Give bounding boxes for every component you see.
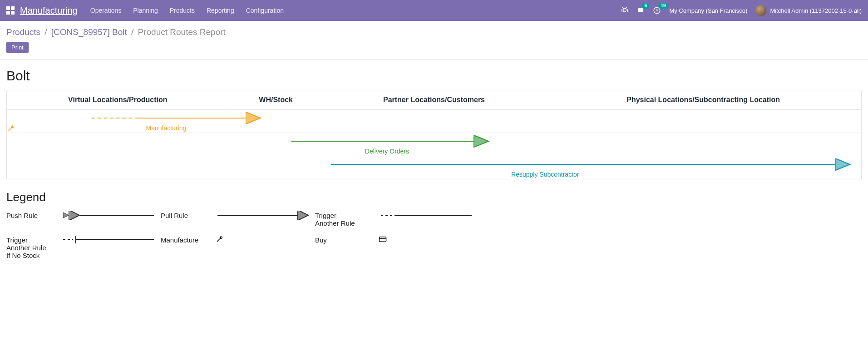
legend-trigger-nostock-mark	[61, 235, 156, 244]
route-row: Resupply Subcontractor	[7, 156, 862, 179]
route-lane-delivery[interactable]: Delivery Orders	[229, 133, 545, 156]
route-row: Delivery Orders	[7, 133, 862, 156]
company-selector[interactable]: My Company (San Francisco)	[669, 7, 747, 14]
route-label: Manufacturing	[7, 124, 323, 132]
user-name: Mitchell Admin (11372002-15-0-all)	[770, 7, 862, 14]
menu-reporting[interactable]: Reporting	[207, 7, 234, 14]
crumb-sep: /	[131, 27, 133, 37]
crumb-sep: /	[44, 27, 47, 37]
avatar	[755, 5, 766, 16]
product-title: Bolt	[6, 68, 862, 84]
legend-trigger-mark	[379, 211, 474, 220]
crumb-current: Product Routes Report	[138, 27, 226, 37]
routes-table: Virtual Locations/Production WH/Stock Pa…	[6, 90, 862, 179]
menu-operations[interactable]: Operations	[90, 7, 121, 14]
print-button[interactable]: Print	[6, 42, 29, 53]
svg-rect-1	[11, 6, 15, 10]
legend-push-mark	[61, 211, 156, 220]
crumb-products[interactable]: Products	[6, 27, 40, 37]
menu-configuration[interactable]: Configuration	[246, 7, 284, 14]
svg-rect-0	[6, 6, 10, 10]
report-body: Bolt Virtual Locations/Production WH/Sto…	[0, 60, 868, 277]
app-brand[interactable]: Manufacturing	[20, 5, 78, 16]
legend: Push Rule Pull Rule TriggerAnother Rule …	[6, 211, 483, 259]
main-menu: Operations Planning Products Reporting C…	[90, 7, 621, 14]
svg-rect-3	[11, 11, 15, 15]
messages-badge: 6	[642, 3, 649, 9]
breadcrumb: Products / [CONS_89957] Bolt / Product R…	[0, 21, 868, 40]
col-header: WH/Stock	[229, 90, 323, 110]
legend-manufacture-mark	[215, 235, 311, 244]
legend-heading: Legend	[6, 190, 862, 204]
legend-pull-rule: Pull Rule	[161, 211, 211, 219]
crumb-product[interactable]: [CONS_89957] Bolt	[51, 27, 127, 37]
col-header: Physical Locations/Subcontracting Locati…	[545, 90, 862, 110]
route-row: Manufacturing	[7, 110, 862, 133]
legend-trigger-another: TriggerAnother Rule	[315, 211, 374, 227]
legend-manufacture: Manufacture	[161, 235, 211, 244]
activities-icon[interactable]: 19	[653, 6, 661, 15]
legend-trigger-nostock: TriggerAnother RuleIf No Stock	[6, 235, 56, 259]
menu-planning[interactable]: Planning	[133, 7, 158, 14]
route-label: Resupply Subcontractor	[229, 171, 861, 178]
legend-buy-mark	[379, 235, 474, 244]
debug-icon[interactable]	[621, 7, 628, 14]
topnav-right: 6 19 My Company (San Francisco) Mitchell…	[621, 5, 862, 16]
user-menu[interactable]: Mitchell Admin (11372002-15-0-all)	[755, 5, 862, 16]
apps-icon[interactable]	[6, 6, 15, 15]
legend-push-rule: Push Rule	[6, 211, 56, 219]
svg-rect-2	[6, 11, 10, 15]
toolbar: Print	[0, 40, 868, 60]
route-lane-manufacturing[interactable]: Manufacturing	[7, 110, 323, 133]
legend-buy: Buy	[315, 235, 374, 244]
route-label: Delivery Orders	[229, 148, 545, 155]
top-nav: Manufacturing Operations Planning Produc…	[0, 0, 868, 21]
menu-products[interactable]: Products	[170, 7, 195, 14]
col-header: Partner Locations/Customers	[323, 90, 545, 110]
activities-badge: 19	[658, 3, 668, 9]
messages-icon[interactable]: 6	[636, 6, 645, 15]
svg-rect-16	[380, 237, 386, 242]
legend-pull-mark	[215, 211, 311, 220]
route-lane-resupply[interactable]: Resupply Subcontractor	[229, 156, 861, 179]
col-header: Virtual Locations/Production	[7, 90, 229, 110]
